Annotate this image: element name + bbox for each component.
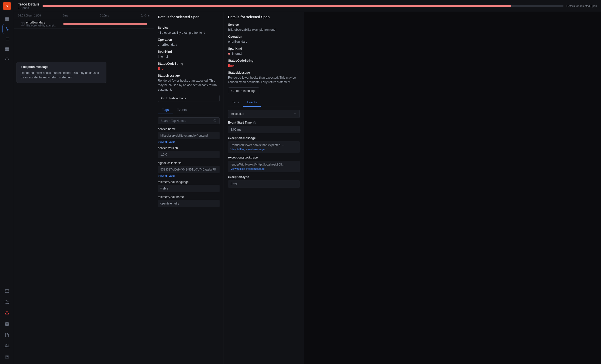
center-related-logs-button[interactable]: Go to Related logs	[158, 95, 220, 102]
timeline-header: 03:03:08 pm 11/08 0ms 0.20ms 0.40ms	[14, 12, 154, 19]
right-tab-events[interactable]: Events	[243, 98, 261, 107]
row-info: errorBoundary hilla-observability-exampl…	[26, 21, 63, 27]
view-full-exception-message[interactable]: View full log event message	[231, 148, 297, 151]
search-icon	[213, 119, 217, 123]
trace-title-text: Trace Details	[18, 2, 39, 6]
event-type-dropdown[interactable]: exception	[228, 110, 300, 118]
span-service: hilla-observability-exampl...	[26, 24, 63, 27]
tab-tags[interactable]: Tags	[158, 106, 173, 114]
svg-point-20	[214, 120, 216, 122]
right-panel-inner: Details for selected Span Service hilla-…	[224, 12, 304, 364]
sidebar-item-help[interactable]	[2, 353, 11, 362]
info-icon	[253, 121, 256, 124]
sidebar-item-docs[interactable]	[2, 331, 11, 340]
view-full-service-name[interactable]: View full value	[158, 140, 220, 143]
svg-line-21	[216, 122, 217, 122]
sidebar-item-logs[interactable]	[2, 34, 11, 43]
tag-key-sdk-lang: telemetry.sdk.language	[158, 180, 220, 184]
statuscode-value: Error	[158, 66, 220, 71]
tab-events[interactable]: Events	[173, 106, 191, 114]
sidebar-item-inbox[interactable]	[2, 287, 11, 296]
span-bar-area: 1 ms	[63, 21, 152, 26]
right-spankind-row: Internal	[228, 51, 300, 56]
svg-rect-13	[7, 49, 8, 51]
right-statuscode-label: StatusCodeString	[228, 59, 300, 62]
right-tabs: Tags Events	[228, 98, 300, 107]
svg-rect-3	[7, 19, 8, 21]
right-service-value: hilla-observability-example-frontend	[228, 27, 300, 32]
center-panel-header: Details for selected Span	[158, 15, 220, 19]
right-operation-value: errorBoundary	[228, 39, 300, 44]
sidebar-item-dashboard[interactable]	[2, 14, 11, 23]
tag-value-collector: 538ff387-d0e9-4042-8511-7d745aaebc78	[158, 166, 220, 173]
tag-key-collector: signoz.collector.id	[158, 161, 220, 165]
event-dropdown-value: exception	[231, 112, 244, 116]
timeline-label-20ms: 0.20ms	[100, 14, 109, 17]
exception-message-value: Rendered fewer hooks than expected. ... …	[228, 141, 300, 153]
sidebar-divider	[3, 66, 11, 66]
center-tabs: Tags Events	[158, 106, 220, 114]
sidebar-item-alerts[interactable]	[2, 54, 11, 63]
service-label: Service	[158, 26, 220, 29]
tooltip-title: exception.message	[21, 65, 102, 69]
view-full-stacktrace[interactable]: View full log event message	[231, 167, 297, 170]
spankind-dot-icon	[228, 53, 230, 55]
center-details-panel: Details for selected Span Service hilla-…	[154, 12, 224, 364]
trace-title: Trace Details 1 Spans	[18, 2, 39, 10]
tag-sdk-language: telemetry.sdk.language webjs	[158, 180, 220, 192]
svg-rect-12	[5, 49, 6, 51]
right-tab-tags[interactable]: Tags	[228, 98, 243, 107]
tag-value-service-version: 1.0.0	[158, 151, 220, 158]
tag-key-service-version: service.version	[158, 146, 220, 150]
statuscode-label: StatusCodeString	[158, 62, 220, 65]
view-full-collector[interactable]: View full value	[158, 174, 220, 177]
exception-message-label: exception.message	[228, 136, 300, 140]
tag-search-box[interactable]	[158, 117, 220, 124]
trace-progress-fill	[42, 5, 511, 7]
svg-rect-1	[7, 17, 8, 18]
tag-service-version: service.version 1.0.0	[158, 146, 220, 158]
right-statuscode-value: Error	[228, 63, 300, 68]
tag-search-input[interactable]	[161, 119, 211, 123]
exception-stacktrace-label: exception.stacktrace	[228, 156, 300, 159]
right-related-logs-button[interactable]: Go to Related logs	[228, 87, 259, 94]
exception-type-label: exception.type	[228, 175, 300, 179]
timeline-label-40ms: 0.40ms	[141, 14, 150, 17]
sidebar-item-traces[interactable]	[2, 24, 11, 33]
svg-point-16	[6, 324, 7, 325]
sidebar-item-metrics[interactable]	[2, 44, 11, 53]
sidebar-item-settings[interactable]	[2, 320, 11, 329]
sidebar-item-users[interactable]	[2, 342, 11, 351]
right-spankind-value: Internal	[232, 51, 242, 56]
operation-label: Operation	[158, 38, 220, 41]
tag-value-sdk-name: opentelemetry	[158, 200, 220, 207]
right-panel-header: Details for selected Span	[228, 15, 300, 19]
svg-rect-2	[5, 19, 6, 21]
right-spankind-label: SpanKind	[228, 47, 300, 50]
event-start-time-value: 1.00 ms	[228, 126, 300, 133]
tag-value-sdk-lang: webjs	[158, 185, 220, 192]
sidebar: S	[0, 0, 14, 364]
sidebar-item-warning[interactable]	[2, 309, 11, 318]
span-bar	[63, 23, 147, 25]
timeline-label-0ms: 0ms	[63, 14, 68, 17]
trace-panel: 03:03:08 pm 11/08 0ms 0.20ms 0.40ms + er…	[14, 12, 154, 364]
event-start-time-label: Event Start Time	[228, 121, 300, 124]
sidebar-item-cloud[interactable]	[2, 298, 11, 307]
statusmessage-value: Rendered fewer hooks than expected. This…	[158, 78, 220, 92]
tag-value-service-name: hilla-observability-example-frontend	[158, 132, 220, 139]
operation-value: errorBoundary	[158, 42, 220, 47]
svg-rect-10	[5, 47, 6, 48]
app-logo[interactable]: S	[3, 2, 11, 10]
span-name: errorBoundary	[26, 21, 63, 24]
chevron-down-icon	[294, 112, 297, 115]
trace-row[interactable]: + errorBoundary hilla-observability-exam…	[14, 19, 154, 29]
statusmessage-label: StatusMessage	[158, 74, 220, 77]
tag-key-sdk-name: telemetry.sdk.name	[158, 195, 220, 199]
timeline-start-label: 03:03:08 pm 11/08	[18, 14, 63, 17]
tag-service-name: service.name hilla-observability-example…	[158, 127, 220, 143]
service-value: hilla-observability-example-frontend	[158, 30, 220, 35]
right-operation-label: Operation	[228, 35, 300, 38]
svg-point-17	[5, 344, 7, 346]
row-expand-icon[interactable]: +	[21, 22, 24, 26]
